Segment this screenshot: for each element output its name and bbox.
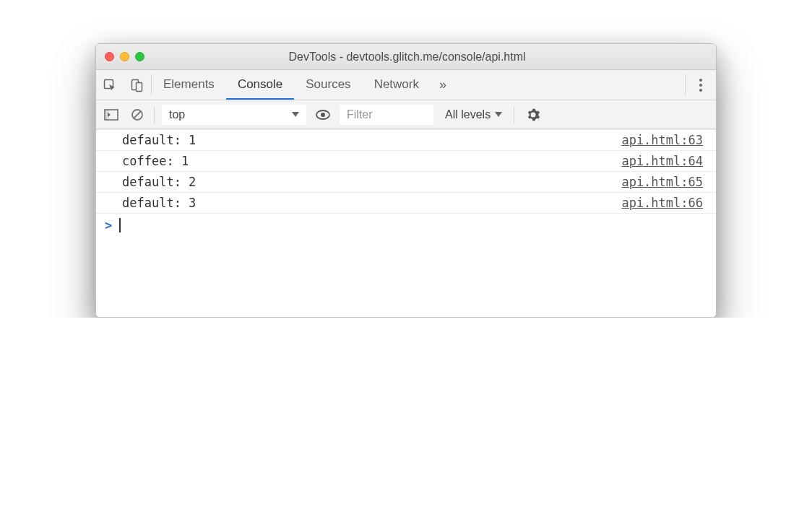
log-row: default: 2 api.html:65 <box>96 172 716 193</box>
log-row: default: 1 api.html:63 <box>96 129 716 151</box>
log-row: default: 3 api.html:66 <box>96 193 716 214</box>
text-cursor <box>119 218 121 232</box>
log-source-link[interactable]: api.html:65 <box>621 175 703 189</box>
tabs-overflow-button[interactable]: » <box>431 70 455 100</box>
clear-console-icon[interactable] <box>128 105 147 124</box>
tab-elements[interactable]: Elements <box>152 70 226 100</box>
log-source-link[interactable]: api.html:64 <box>621 154 703 168</box>
window-titlebar: DevTools - devtools.glitch.me/console/ap… <box>96 44 716 70</box>
console-toolbar: top All levels <box>96 100 716 129</box>
console-prompt[interactable]: > <box>96 214 716 237</box>
log-message: default: 3 <box>122 196 196 210</box>
prompt-caret-icon: > <box>105 218 112 232</box>
tab-console[interactable]: Console <box>226 70 294 100</box>
window-maximize-button[interactable] <box>135 52 144 61</box>
execution-context-selector[interactable]: top <box>162 105 306 125</box>
window-minimize-button[interactable] <box>120 52 129 61</box>
divider <box>514 106 514 123</box>
svg-point-3 <box>699 79 702 82</box>
log-levels-label: All levels <box>445 108 491 121</box>
devtools-tabbar: Elements Console Sources Network » <box>96 70 716 100</box>
console-output: default: 1 api.html:63 coffee: 1 api.htm… <box>96 129 716 317</box>
execution-context-label: top <box>169 108 185 121</box>
log-message: default: 1 <box>122 133 196 147</box>
window-title: DevTools - devtools.glitch.me/console/ap… <box>150 51 707 64</box>
window-close-button[interactable] <box>105 52 114 61</box>
live-expression-icon[interactable] <box>314 105 332 124</box>
svg-point-11 <box>321 113 325 117</box>
device-toolbar-icon[interactable] <box>124 70 151 100</box>
svg-line-9 <box>134 111 141 118</box>
svg-point-5 <box>699 89 702 92</box>
log-message: coffee: 1 <box>122 154 189 168</box>
console-sidebar-toggle-icon[interactable] <box>102 105 121 124</box>
panel-tabs: Elements Console Sources Network <box>152 70 431 100</box>
chevron-down-icon <box>495 112 502 117</box>
traffic-lights <box>105 52 144 61</box>
log-source-link[interactable]: api.html:66 <box>621 196 703 210</box>
filter-input[interactable] <box>340 105 433 125</box>
log-levels-selector[interactable]: All levels <box>441 108 506 121</box>
svg-point-4 <box>699 84 702 87</box>
console-settings-icon[interactable] <box>522 108 545 122</box>
chevron-down-icon <box>292 112 299 117</box>
log-message: default: 2 <box>122 175 196 189</box>
divider <box>154 106 155 123</box>
svg-rect-2 <box>137 82 142 91</box>
devtools-window: DevTools - devtools.glitch.me/console/ap… <box>95 43 717 318</box>
more-options-button[interactable] <box>686 70 716 100</box>
tab-sources[interactable]: Sources <box>294 70 362 100</box>
inspect-element-icon[interactable] <box>96 70 124 100</box>
tab-network[interactable]: Network <box>363 70 431 100</box>
log-source-link[interactable]: api.html:63 <box>621 133 703 147</box>
log-row: coffee: 1 api.html:64 <box>96 151 716 172</box>
